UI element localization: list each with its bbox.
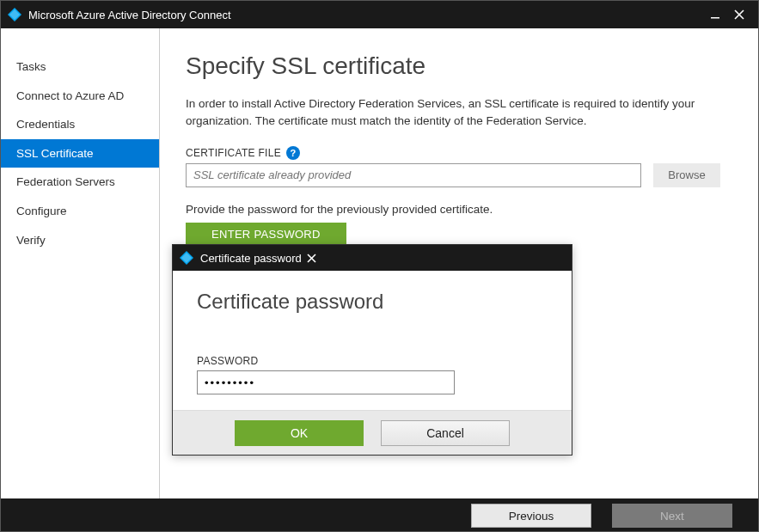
cert-file-input[interactable] (186, 163, 641, 187)
svg-marker-1 (9, 9, 20, 20)
browse-button[interactable]: Browse (653, 163, 720, 187)
sidebar-item-configure[interactable]: Configure (1, 197, 159, 226)
page-title: Specify SSL certificate (186, 52, 720, 80)
cert-file-label: CERTIFICATE FILE ? (186, 146, 720, 160)
intro-text: In order to install Active Directory Fed… (186, 95, 720, 131)
cert-file-label-text: CERTIFICATE FILE (186, 147, 281, 159)
next-button[interactable]: Next (612, 504, 732, 528)
window-title: Microsoft Azure Active Directory Connect (28, 9, 231, 21)
dialog-heading: Certificate password (197, 290, 548, 314)
sidebar-item-federation-servers[interactable]: Federation Servers (1, 168, 159, 197)
app-window: Microsoft Azure Active Directory Connect… (0, 0, 759, 532)
help-icon[interactable]: ? (286, 146, 300, 160)
password-prompt-text: Provide the password for the previously … (186, 203, 720, 216)
wizard-footer: Previous Next (1, 498, 758, 532)
azure-logo-icon (8, 8, 21, 21)
svg-rect-2 (711, 17, 719, 19)
password-label: PASSWORD (197, 355, 548, 367)
enter-password-button[interactable]: ENTER PASSWORD (186, 223, 346, 247)
minimize-button[interactable] (703, 1, 727, 28)
dialog-titlebar[interactable]: Certificate password (173, 245, 572, 271)
sidebar: Tasks Connect to Azure AD Credentials SS… (1, 28, 160, 498)
sidebar-item-verify[interactable]: Verify (1, 226, 159, 255)
dialog-title: Certificate password (200, 252, 302, 265)
cancel-button[interactable]: Cancel (381, 420, 510, 446)
ok-button[interactable]: OK (235, 420, 364, 446)
certificate-password-dialog: Certificate password Certificate passwor… (172, 244, 572, 456)
dialog-close-button[interactable] (302, 245, 322, 271)
sidebar-item-tasks[interactable]: Tasks (1, 52, 159, 82)
dialog-footer: OK Cancel (173, 410, 572, 455)
svg-marker-6 (181, 253, 192, 263)
sidebar-item-credentials[interactable]: Credentials (1, 110, 159, 139)
sidebar-item-connect-to-azure-ad[interactable]: Connect to Azure AD (1, 82, 159, 111)
previous-button[interactable]: Previous (471, 504, 591, 528)
sidebar-item-ssl-certificate[interactable]: SSL Certificate (1, 139, 159, 168)
password-input[interactable] (197, 370, 455, 394)
azure-logo-icon (180, 251, 193, 265)
close-button[interactable] (727, 1, 751, 28)
titlebar[interactable]: Microsoft Azure Active Directory Connect (1, 1, 758, 28)
